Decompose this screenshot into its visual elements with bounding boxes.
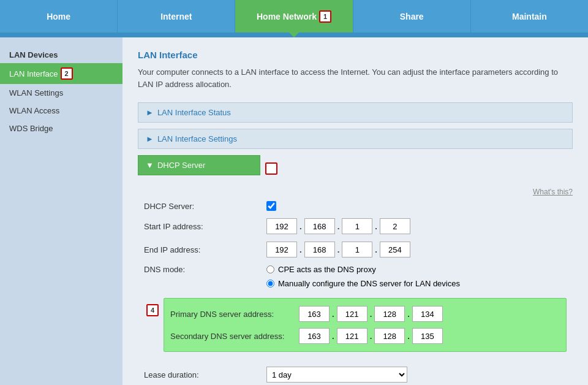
whats-this-link[interactable]: What's this? [138, 188, 573, 196]
end-ip-a[interactable] [266, 242, 297, 257]
primary-dns-c[interactable] [374, 306, 405, 322]
dns-option2-row: Manually configure the DNS server for LA… [266, 279, 460, 288]
dot9: . [407, 310, 410, 319]
end-ip-row: End IP address: . . . [138, 242, 573, 257]
secondary-dns-b[interactable] [337, 328, 368, 344]
nav-maintain[interactable]: Maintain [471, 0, 588, 32]
dhcp-server-row: DHCP Server: [138, 201, 573, 211]
primary-dns-row: Primary DNS server address: . . . [170, 306, 560, 322]
section-lan-status[interactable]: ► LAN Interface Status [138, 102, 573, 123]
start-ip-d[interactable] [380, 218, 410, 234]
dot2: . [337, 222, 340, 231]
dns-mode-row: DNS mode: CPE acts as the DNS proxy Manu… [138, 265, 573, 291]
nav-share[interactable]: Share [353, 0, 471, 32]
badge-1: 1 [319, 10, 331, 23]
badge-3 [265, 162, 277, 175]
badge-2: 2 [61, 67, 73, 80]
arrow-icon-dhcp: ▼ [146, 161, 154, 170]
dot4: . [300, 245, 302, 254]
start-ip-row: Start IP address: . . . [138, 218, 573, 234]
dot3: . [375, 222, 377, 231]
lease-select[interactable]: 1 day 2 days 3 days 7 days Forever [266, 367, 407, 383]
lease-row: Lease duration: 1 day 2 days 3 days 7 da… [138, 367, 573, 383]
start-ip-c[interactable] [342, 218, 372, 234]
secondary-dns-label: Secondary DNS server address: [170, 332, 299, 341]
dot1: . [300, 222, 302, 231]
dot10: . [332, 332, 334, 341]
arrow-icon-status: ► [146, 108, 154, 117]
sidebar-group-label: LAN Devices [0, 47, 123, 63]
end-ip-label: End IP address: [144, 245, 266, 254]
dot5: . [337, 245, 340, 254]
dot8: . [370, 310, 372, 319]
nav-home-network[interactable]: Home Network 1 [235, 0, 353, 32]
sidebar: LAN Devices LAN Interface 2 WLAN Setting… [0, 37, 123, 385]
sidebar-item-wlan-settings[interactable]: WLAN Settings [0, 84, 123, 102]
dns-proxy-radio[interactable] [266, 265, 274, 273]
dhcp-server-checkbox[interactable] [266, 201, 276, 211]
secondary-dns-row: Secondary DNS server address: . . . [170, 328, 560, 344]
dot11: . [370, 332, 372, 341]
dhcp-server-label: DHCP Server: [144, 202, 266, 211]
arrow-icon-settings: ► [146, 134, 154, 143]
page-title: LAN Interface [138, 50, 573, 60]
primary-dns-a[interactable] [299, 306, 330, 322]
page-description: Your computer connects to a LAN interfac… [138, 66, 573, 90]
secondary-dns-a[interactable] [299, 328, 330, 344]
sidebar-item-lan-interface[interactable]: LAN Interface 2 [0, 63, 123, 84]
nav-internet[interactable]: Internet [118, 0, 235, 32]
nav-home[interactable]: Home [0, 0, 118, 32]
sidebar-item-wlan-access[interactable]: WLAN Access [0, 102, 123, 120]
dns-option1-row: CPE acts as the DNS proxy [266, 265, 460, 274]
end-ip-d[interactable] [380, 242, 410, 257]
primary-dns-label: Primary DNS server address: [170, 310, 299, 319]
lease-label: Lease duration: [144, 370, 266, 379]
dot6: . [375, 245, 377, 254]
primary-dns-d[interactable] [412, 306, 443, 322]
dns-manual-label: Manually configure the DNS server for LA… [278, 279, 460, 288]
content-area: LAN Interface Your computer connects to … [123, 37, 588, 385]
dns-manual-radio[interactable] [266, 280, 274, 288]
top-nav: Home Internet Home Network 1 Share Maint… [0, 0, 588, 32]
end-ip-c[interactable] [342, 242, 372, 257]
end-ip-b[interactable] [304, 242, 335, 257]
start-ip-label: Start IP address: [144, 222, 266, 231]
badge-4: 4 [146, 304, 159, 316]
dot7: . [332, 310, 334, 319]
section-dhcp-header[interactable]: ▼ DHCP Server [138, 155, 260, 175]
primary-dns-b[interactable] [337, 306, 368, 322]
dot12: . [407, 332, 410, 341]
start-ip-b[interactable] [304, 218, 335, 234]
sidebar-item-wds-bridge[interactable]: WDS Bridge [0, 120, 123, 137]
start-ip-a[interactable] [266, 218, 297, 234]
section-lan-settings[interactable]: ► LAN Interface Settings [138, 129, 573, 149]
secondary-dns-d[interactable] [412, 328, 443, 344]
main-layout: LAN Devices LAN Interface 2 WLAN Setting… [0, 37, 588, 385]
dns-proxy-label: CPE acts as the DNS proxy [278, 265, 376, 274]
secondary-dns-c[interactable] [374, 328, 405, 344]
dns-mode-label: DNS mode: [144, 265, 266, 274]
